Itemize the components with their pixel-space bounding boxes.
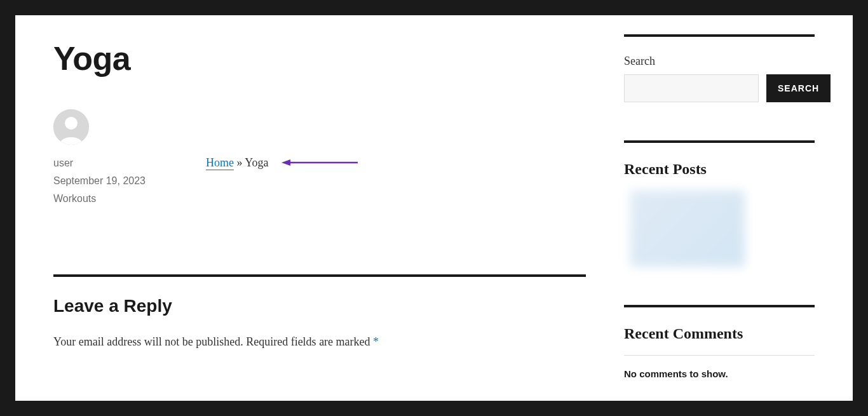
post-author: user [53, 158, 206, 169]
breadcrumb-separator: » [234, 156, 245, 169]
search-button[interactable]: SEARCH [766, 74, 831, 102]
search-widget: Search SEARCH [624, 34, 815, 102]
recent-posts-widget: Recent Posts [624, 140, 815, 267]
recent-posts-title: Recent Posts [624, 161, 815, 178]
post-category: Workouts [53, 193, 206, 205]
reply-heading: Leave a Reply [53, 296, 586, 316]
search-row: SEARCH [624, 74, 815, 102]
post-date: September 19, 2023 [53, 175, 206, 187]
main-content: Yoga user September 19, 2023 Workouts Ho… [53, 34, 586, 401]
search-label: Search [624, 55, 815, 68]
svg-point-1 [65, 117, 78, 130]
avatar [53, 109, 89, 145]
page-container: Yoga user September 19, 2023 Workouts Ho… [15, 15, 853, 401]
comments-divider [624, 355, 815, 356]
section-divider [53, 274, 586, 277]
search-input[interactable] [624, 74, 759, 102]
recent-posts-blurred-content [630, 191, 745, 267]
recent-comments-title: Recent Comments [624, 325, 815, 342]
annotation-arrow-icon [281, 158, 358, 167]
sidebar: Search SEARCH Recent Posts Recent Commen… [624, 34, 815, 401]
reply-note: Your email address will not be published… [53, 335, 586, 349]
breadcrumb-area: Home » Yoga [206, 109, 358, 211]
user-avatar-icon [53, 109, 89, 145]
breadcrumb: Home » Yoga [206, 156, 269, 170]
meta-column: user September 19, 2023 Workouts [53, 109, 206, 211]
recent-comments-widget: Recent Comments No comments to show. [624, 305, 815, 379]
reply-note-required: Required fields are marked [246, 335, 373, 348]
svg-marker-3 [281, 159, 290, 166]
reply-note-prefix: Your email address will not be published… [53, 335, 243, 348]
breadcrumb-home-link[interactable]: Home [206, 156, 234, 170]
meta-row: user September 19, 2023 Workouts Home » … [53, 109, 586, 211]
no-comments-text: No comments to show. [624, 368, 815, 379]
page-title: Yoga [53, 39, 586, 77]
required-asterisk: * [373, 335, 379, 348]
breadcrumb-current: Yoga [245, 156, 268, 169]
